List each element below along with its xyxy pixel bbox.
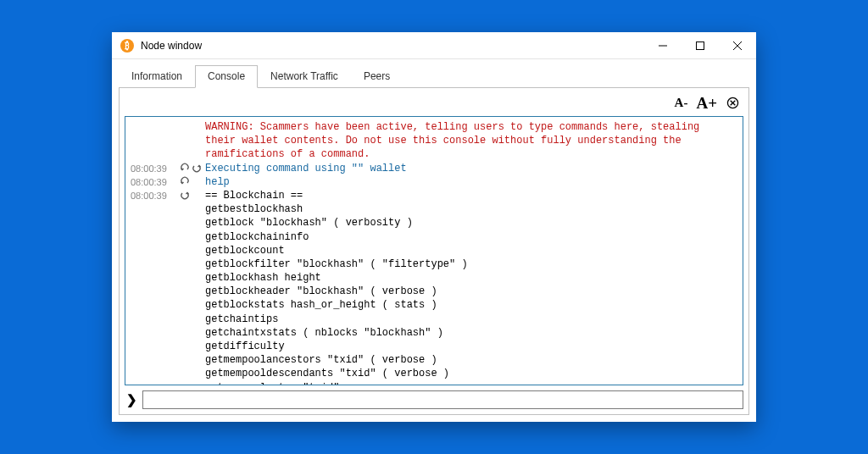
- svg-rect-1: [697, 42, 704, 49]
- close-button[interactable]: [719, 32, 756, 59]
- direction-icon: [180, 162, 205, 173]
- console-panel: A- A+ WARNING: Scammers have been active…: [119, 87, 749, 415]
- node-window: ₿ Node window InformationConsoleNetwork …: [112, 32, 756, 422]
- window-title: Node window: [141, 40, 644, 52]
- prompt-icon: ❯: [125, 392, 142, 407]
- command-input[interactable]: [142, 390, 743, 409]
- command-input-row: ❯: [125, 390, 743, 409]
- console-message: help: [205, 175, 230, 189]
- window-controls: [644, 32, 756, 59]
- console-message: Executing command using "" wallet: [205, 162, 407, 175]
- tab-peers[interactable]: Peers: [351, 65, 403, 88]
- clear-console-button[interactable]: [725, 96, 740, 111]
- direction-icon: [180, 175, 205, 186]
- tab-console[interactable]: Console: [195, 65, 258, 88]
- console-output[interactable]: WARNING: Scammers have been active, tell…: [125, 116, 743, 385]
- tab-information[interactable]: Information: [119, 65, 195, 88]
- console-row: 08:00:39== Blockchain == getbestblockhas…: [131, 189, 737, 385]
- titlebar: ₿ Node window: [112, 32, 756, 59]
- console-warning: WARNING: Scammers have been active, tell…: [205, 120, 705, 162]
- direction-icon: [180, 189, 205, 200]
- timestamp: 08:00:39: [131, 162, 180, 175]
- minimize-button[interactable]: [644, 32, 682, 59]
- tabbar: InformationConsoleNetwork TrafficPeers: [112, 59, 756, 87]
- timestamp: 08:00:39: [131, 189, 180, 202]
- tab-network-traffic[interactable]: Network Traffic: [258, 65, 351, 88]
- clear-icon: [726, 97, 739, 109]
- font-smaller-button[interactable]: A-: [672, 97, 691, 109]
- console-row: 08:00:39Executing command using "" walle…: [131, 162, 737, 175]
- minimize-icon: [659, 42, 667, 50]
- console-message: == Blockchain == getbestblockhash getblo…: [205, 189, 468, 385]
- close-icon: [733, 42, 742, 50]
- bitcoin-icon: ₿: [120, 39, 134, 53]
- console-toolbar: A- A+: [125, 93, 743, 116]
- maximize-icon: [696, 42, 704, 50]
- maximize-button[interactable]: [682, 32, 719, 59]
- font-larger-button[interactable]: A+: [693, 95, 720, 111]
- console-row: 08:00:39help: [131, 175, 737, 189]
- timestamp: 08:00:39: [131, 175, 180, 189]
